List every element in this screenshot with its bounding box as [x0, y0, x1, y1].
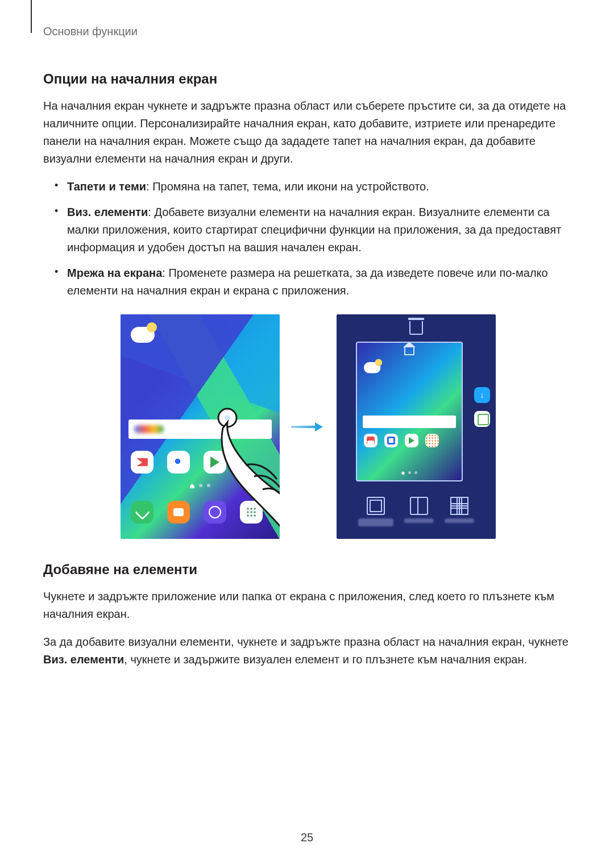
page-indicator	[357, 471, 462, 475]
trash-icon	[409, 321, 423, 335]
home-panel-thumbnail	[356, 342, 463, 481]
app-row	[131, 451, 226, 474]
side-widgets: ↓	[474, 387, 490, 427]
home-icon	[404, 347, 414, 355]
list-item: Виз. елементи: Добавете визуални елемент…	[67, 203, 573, 256]
play-store-icon	[204, 451, 226, 474]
page-indicator	[121, 484, 280, 488]
screen-grid-button	[445, 497, 474, 526]
list-item: Мрежа на екрана: Променете размера на ре…	[67, 264, 573, 300]
running-head: Основни функции	[43, 23, 573, 40]
figure-row: ↓	[43, 314, 573, 539]
list-item: Тапети и теми: Промяна на тапет, тема, и…	[67, 178, 573, 196]
home-options-toolbar	[337, 497, 496, 526]
heading-add-items: Добавяне на елементи	[43, 562, 573, 578]
internet-icon	[204, 501, 226, 524]
para2-post: , чукнете и задържите визуален елемент и…	[124, 653, 527, 666]
weather-icon	[131, 327, 155, 343]
play-store-icon	[405, 434, 418, 447]
mail-icon	[131, 451, 154, 474]
bullet-text: : Промяна на тапет, тема, или икони на у…	[146, 180, 429, 193]
calendar-widget-icon	[474, 411, 490, 427]
mail-icon	[364, 434, 377, 447]
apps-drawer-icon	[425, 434, 439, 447]
mic-widget-icon: ↓	[474, 387, 490, 403]
para-add-items-2: За да добавите визуални елементи, чукнет…	[43, 633, 573, 668]
arrow-right-icon	[291, 426, 320, 428]
options-list: Тапети и теми: Промяна на тапет, тема, и…	[43, 178, 573, 300]
para2-pre: За да добавите визуални елементи, чукнет…	[43, 636, 569, 648]
bullet-bold: Виз. елементи	[67, 206, 148, 218]
widgets-button	[404, 497, 434, 526]
weather-icon	[364, 362, 380, 373]
browser-icon	[384, 434, 398, 447]
para2-bold: Виз. елементи	[43, 653, 124, 666]
bullet-bold: Тапети и теми	[67, 180, 146, 193]
phone-icon	[131, 501, 154, 524]
figure-phone-overview: ↓	[337, 314, 496, 539]
browser-icon	[167, 451, 190, 474]
messages-icon	[167, 501, 190, 524]
wallpapers-button	[358, 497, 393, 526]
mini-search-bar	[363, 416, 456, 428]
heading-home-options: Опции на началния екран	[43, 71, 573, 87]
mini-app-row	[364, 434, 439, 447]
google-search-bar	[128, 420, 272, 439]
intro-paragraph: На началния екран чукнете и задръжте пра…	[43, 97, 573, 168]
apps-drawer-icon	[240, 501, 263, 524]
dock-row	[131, 501, 263, 524]
figure-phone-home	[121, 314, 280, 539]
page-number: 25	[0, 831, 614, 844]
para-add-items-1: Чукнете и задръжте приложение или папка …	[43, 588, 573, 623]
bullet-bold: Мрежа на екрана	[67, 267, 162, 279]
